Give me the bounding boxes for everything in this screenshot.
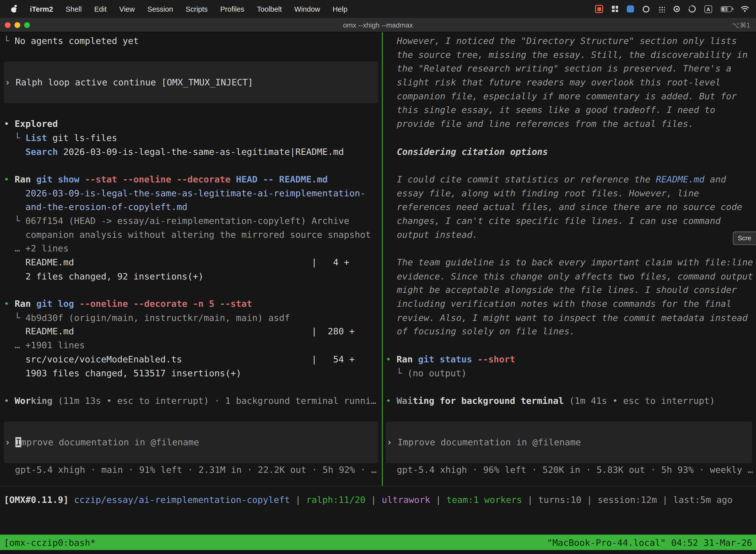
ran-git-status-line: • Ran git status --short — [386, 353, 756, 367]
thinking-paragraph-line: provide file and line references from th… — [386, 117, 756, 131]
thinking-paragraph-line: might be acceptable alongside the file l… — [386, 283, 756, 297]
right-prompt-input[interactable]: › Improve documentation in @filename — [386, 422, 752, 463]
wifi-icon[interactable] — [741, 6, 749, 12]
show-stat-line-1: README.md | 4 + — [4, 256, 382, 270]
tmux-status-bar: [omx-cczip0:bash* "MacBook-Pro-44.local"… — [0, 535, 756, 550]
menu-item-profiles[interactable]: Profiles — [220, 5, 244, 13]
waiting-status-line: • Waiting for background terminal (1m 41… — [386, 394, 756, 408]
key-app-icon[interactable] — [674, 6, 680, 12]
menu-item-session[interactable]: Session — [147, 5, 173, 13]
menu-item-toolbelt[interactable]: Toolbelt — [257, 5, 282, 13]
window-controls — [0, 22, 58, 27]
ran-git-log-line: • Ran git log --oneline --decorate -n 5 … — [4, 297, 382, 311]
dots-grid-icon[interactable] — [658, 5, 665, 12]
ran-git-show-line: • Ran git show --stat --oneline --decora… — [4, 173, 382, 187]
thinking-paragraph-line: I could cite commit statistics or refere… — [386, 173, 756, 187]
window-title: omx --xhigh --madmax — [58, 21, 698, 29]
window-shortcut-hint: ⌥⌘1 — [698, 21, 756, 29]
blank-line — [386, 339, 756, 353]
omx-status-line: [OMX#0.11.9] cczip/essay/ai-reimplementa… — [4, 493, 733, 507]
screen-recording-icon[interactable] — [595, 5, 603, 13]
thinking-paragraph-line: evidence. Since this change only affects… — [386, 270, 756, 283]
blank-line — [386, 131, 756, 145]
menu-item-edit[interactable]: Edit — [94, 5, 107, 13]
blue-app-icon[interactable] — [627, 5, 634, 12]
menu-item-help[interactable]: Help — [333, 5, 348, 13]
explored-search-line: Search 2026-03-09-is-legal-the-same-as-l… — [4, 145, 382, 159]
blank-line — [386, 380, 756, 394]
agents-note-line: └ No agents completed yet — [4, 34, 382, 48]
menu-bar: iTerm2 Shell Edit View Session Scripts P… — [0, 0, 756, 18]
blank-line — [4, 408, 382, 422]
screen-edge-tooltip[interactable]: Scre — [733, 232, 756, 245]
left-session-status: gpt-5.4 xhigh · main · 91% left · 2.31M … — [4, 463, 382, 477]
left-pane: └ No agents completed yet › Ralph loop a… — [0, 32, 382, 486]
show-filename-line-2: and-the-erosion-of-copyleft.md — [4, 200, 382, 214]
circle-app-icon[interactable] — [643, 5, 649, 12]
menu-bar-left: iTerm2 Shell Edit View Session Scripts P… — [11, 5, 348, 13]
log-more-lines: … +1901 lines — [4, 339, 382, 353]
thinking-paragraph-line: this single essay, it seems like a good … — [386, 104, 756, 117]
battery-percent: 61 — [721, 6, 732, 11]
close-button[interactable] — [5, 22, 10, 27]
window-title-bar: omx --xhigh --madmax ⌥⌘1 — [0, 18, 756, 32]
zoom-button[interactable] — [24, 22, 30, 27]
no-output-line: └ (no output) — [386, 366, 756, 380]
thinking-paragraph-line: including verification notes with those … — [386, 297, 756, 311]
terminal: └ No agents completed yet › Ralph loop a… — [0, 32, 756, 554]
show-commit-line-1: └ 067f154 (HEAD -> essay/ai-reimplementa… — [4, 214, 382, 228]
show-more-lines: … +2 lines — [4, 242, 382, 256]
thinking-paragraph-line: However, I noticed the "Directory Struct… — [386, 34, 756, 48]
menu-item-view[interactable]: View — [119, 5, 135, 13]
blank-line — [4, 104, 382, 117]
menu-item-window[interactable]: Window — [295, 5, 320, 13]
thinking-paragraph-line: output instead. — [386, 228, 756, 242]
thinking-paragraph-line: the source tree, missing the essay. Stil… — [386, 48, 756, 62]
thinking-section-heading: Considering citation options — [386, 145, 756, 159]
blank-line — [4, 380, 382, 394]
blank-line — [386, 242, 756, 256]
working-status-line: • Working (11m 13s • esc to interrupt) ·… — [4, 394, 382, 408]
input-source-icon[interactable]: A — [704, 5, 712, 13]
show-commit-line-2: companion analysis without altering the … — [4, 228, 382, 242]
left-prompt-text: › Improve documentation in @filename — [4, 436, 199, 449]
thinking-paragraph-line: essay file, along with finding root file… — [386, 186, 756, 200]
right-pane: However, I noticed the "Directory Struct… — [383, 32, 756, 486]
thinking-paragraph-line: review. Also, I might want to inspect th… — [386, 311, 756, 325]
log-stat-line-2: src/voice/voiceModeEnabled.ts | 54 + — [4, 353, 382, 367]
explored-list-line: └ List git ls-files — [4, 131, 382, 145]
thinking-paragraph-line: of focusing solely on file lines. — [386, 325, 756, 339]
thinking-paragraph-line: companion file, especially if more comme… — [386, 90, 756, 104]
menu-item-shell[interactable]: Shell — [66, 5, 82, 13]
tmux-inject-banner: › Ralph loop active continue [OMX_TMUX_I… — [4, 62, 378, 104]
blank-line — [4, 283, 382, 297]
show-stat-line-2: 2 files changed, 92 insertions(+) — [4, 270, 382, 283]
left-prompt-input[interactable]: › Improve documentation in @filename — [4, 422, 378, 463]
screen: iTerm2 Shell Edit View Session Scripts P… — [0, 0, 756, 554]
log-stat-line-1: README.md | 280 + — [4, 325, 382, 339]
menu-bar-status-icons: A 61 — [595, 5, 749, 13]
tmux-host-clock: "MacBook-Pro-44.local" 04:52 31-Mar-26 — [547, 537, 752, 548]
tmux-inject-text: › Ralph loop active continue [OMX_TMUX_I… — [4, 76, 253, 90]
explored-header: • Explored — [4, 117, 382, 131]
menu-item-scripts[interactable]: Scripts — [186, 5, 208, 13]
blank-line — [386, 159, 756, 173]
minimize-button[interactable] — [14, 22, 20, 27]
thinking-paragraph-line: changes, I can't cite specific file line… — [386, 214, 756, 228]
pane-bottom-separator — [0, 486, 756, 486]
thinking-paragraph-line: references need actual files, and since … — [386, 200, 756, 214]
thinking-paragraph-line: the "Related research writing" section i… — [386, 62, 756, 76]
apple-icon[interactable] — [11, 5, 17, 13]
tmux-session-label: [omx-cczip0:bash* — [4, 537, 96, 548]
menu-item-iterm2[interactable]: iTerm2 — [30, 5, 53, 13]
log-stat-line-3: 1903 files changed, 513517 insertions(+) — [4, 366, 382, 380]
thinking-paragraph-line: The team guideline is to back every impo… — [386, 256, 756, 270]
blank-line — [4, 159, 382, 173]
window-grid-icon[interactable] — [612, 6, 618, 12]
thinking-paragraph-line: slight risk that future readers may over… — [386, 76, 756, 90]
log-commit-line: └ 4b9d30f (origin/main, instructkr/main,… — [4, 311, 382, 325]
blank-line — [4, 48, 382, 62]
right-session-status: gpt-5.4 xhigh · 96% left · 520K in · 5.8… — [386, 463, 756, 477]
battery-icon[interactable]: 61 — [721, 6, 732, 12]
gauge-icon[interactable] — [687, 4, 697, 14]
